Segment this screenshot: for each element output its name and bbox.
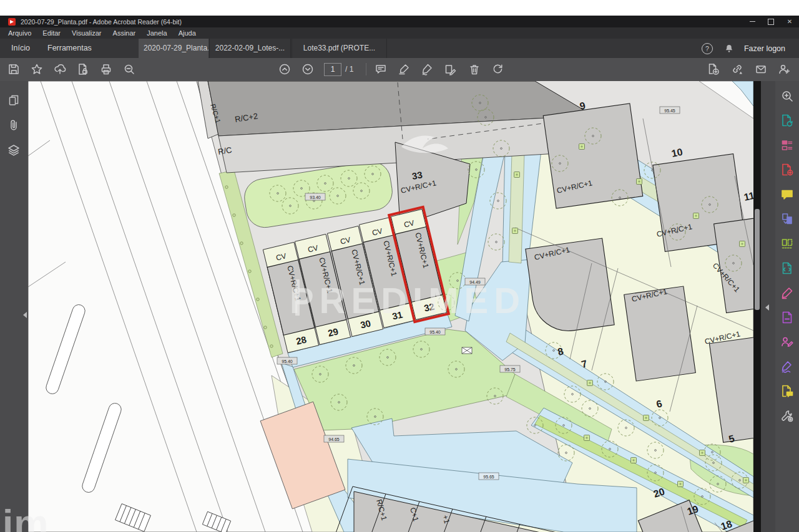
highlighter-icon[interactable] xyxy=(398,63,410,75)
create-pdf-icon[interactable] xyxy=(780,163,794,177)
elevation-95-40-a: 95.40 xyxy=(282,359,293,364)
tab-bar: Início Ferramentas 2020-07-29_Planta....… xyxy=(0,39,799,58)
sign-in-link[interactable]: Fazer logon xyxy=(744,44,785,53)
elevation-94-65: 94.65 xyxy=(328,437,340,442)
sign-pen-icon[interactable] xyxy=(421,63,433,75)
watermark-text: PREDIMED xyxy=(290,279,526,321)
vertical-scrollbar[interactable] xyxy=(753,81,761,532)
site-plan: CV CV+R/C+1 28 CV CV+R/C+1 29 CV xyxy=(28,81,753,532)
menu-arquivo[interactable]: Arquivo xyxy=(0,27,37,39)
protect-pdf-icon[interactable] xyxy=(780,311,794,324)
organize-pages-icon[interactable] xyxy=(780,237,794,251)
corner-watermark: im xyxy=(2,501,49,532)
title-bar: 2020-07-29_Planta.pdf - Adobe Acrobat Re… xyxy=(0,16,799,27)
maximize-button[interactable] xyxy=(762,16,780,27)
page-number-input[interactable]: 1 xyxy=(324,63,341,76)
main-toolbar: 1 / 1 xyxy=(0,58,799,82)
fill-sign-tool-icon[interactable] xyxy=(780,286,794,300)
maximize-icon xyxy=(768,19,774,25)
close-button[interactable]: ✕ xyxy=(780,16,799,27)
lot-11-number: 11 xyxy=(743,190,753,203)
minimize-icon xyxy=(750,21,755,22)
comment-tool-icon[interactable] xyxy=(780,188,794,201)
elevation-95-65: 95.65 xyxy=(483,475,494,479)
minimize-button[interactable] xyxy=(743,16,762,27)
toolbar-separator xyxy=(366,63,366,75)
cloud-upload-icon[interactable] xyxy=(54,63,66,75)
scrollbar-thumb[interactable] xyxy=(755,209,760,310)
window-title: 2020-07-29_Planta.pdf - Adobe Acrobat Re… xyxy=(21,18,182,26)
page-down-icon[interactable] xyxy=(301,63,314,75)
page-up-icon[interactable] xyxy=(278,63,291,75)
crosswalk xyxy=(462,347,472,354)
tab-document-lotes[interactable]: 2022-02-09_Lotes-... xyxy=(209,39,291,58)
page-lock-icon[interactable] xyxy=(77,63,89,75)
elevation-93-40: 93.40 xyxy=(310,195,321,200)
bell-icon[interactable] xyxy=(724,43,734,54)
search-zoom-icon[interactable] xyxy=(123,63,135,75)
help-icon[interactable]: ? xyxy=(702,43,713,54)
lot-10-number: 10 xyxy=(670,147,684,159)
email-icon[interactable] xyxy=(755,63,767,75)
page-thumbnails-icon[interactable] xyxy=(7,94,21,107)
left-panel-rail xyxy=(0,81,28,532)
certificates-icon[interactable] xyxy=(780,360,794,374)
right-tools-rail xyxy=(775,81,799,532)
tab-ferramentas[interactable]: Ferramentas xyxy=(45,39,94,58)
rotate-icon[interactable] xyxy=(491,63,504,75)
layers-icon[interactable] xyxy=(7,143,21,157)
elevation-95-45: 95.45 xyxy=(664,109,675,113)
star-icon[interactable] xyxy=(31,63,43,75)
save-icon[interactable] xyxy=(7,63,20,75)
svg-text:PREDIMED: PREDIMED xyxy=(290,280,526,321)
fill-sign-icon[interactable] xyxy=(444,63,456,75)
add-user-icon[interactable] xyxy=(778,63,790,75)
elevation-95-75: 95.75 xyxy=(504,367,516,372)
menu-bar: Arquivo Editar Visualizar Assinar Janela… xyxy=(0,27,799,39)
pdf-convert-icon[interactable] xyxy=(707,63,720,75)
request-signatures-icon[interactable] xyxy=(780,335,794,349)
menu-visualizar[interactable]: Visualizar xyxy=(66,27,107,39)
menu-janela[interactable]: Janela xyxy=(141,27,172,39)
print-icon[interactable] xyxy=(100,63,112,75)
acrobat-icon xyxy=(8,18,16,26)
tab-document-lote33[interactable]: Lote33.pdf (PROTE... xyxy=(292,39,387,58)
menu-assinar[interactable]: Assinar xyxy=(107,27,142,39)
collapse-left-panel-arrow[interactable] xyxy=(23,312,27,318)
lot-33-number: 33 xyxy=(411,169,423,181)
acrobat-window: 2020-07-29_Planta.pdf - Adobe Acrobat Re… xyxy=(0,16,799,532)
attachments-icon[interactable] xyxy=(7,118,21,132)
tab-inicio[interactable]: Início xyxy=(9,39,32,58)
menu-editar[interactable]: Editar xyxy=(37,27,66,39)
trash-icon[interactable] xyxy=(468,63,481,75)
send-comments-icon[interactable] xyxy=(780,384,794,398)
tab-document-planta[interactable]: 2020-07-29_Planta....× xyxy=(139,39,208,58)
export-pdf-icon[interactable] xyxy=(780,114,794,127)
right-panel-gap xyxy=(761,81,775,532)
search-tool-icon[interactable] xyxy=(780,89,794,103)
elevation-95-40-b: 95.40 xyxy=(429,330,441,334)
combine-files-icon[interactable] xyxy=(780,212,794,226)
edit-pdf-icon[interactable] xyxy=(780,138,794,152)
pdf-page-canvas[interactable]: CV CV+R/C+1 28 CV CV+R/C+1 29 CV xyxy=(28,81,753,532)
share-link-icon[interactable] xyxy=(731,63,743,75)
comment-icon[interactable] xyxy=(375,63,387,75)
compress-pdf-icon[interactable] xyxy=(780,261,794,275)
more-tools-icon[interactable] xyxy=(780,409,794,423)
page-total-label: / 1 xyxy=(345,65,353,74)
expand-right-panel-arrow[interactable] xyxy=(765,304,769,311)
menu-ajuda[interactable]: Ajuda xyxy=(173,27,202,39)
